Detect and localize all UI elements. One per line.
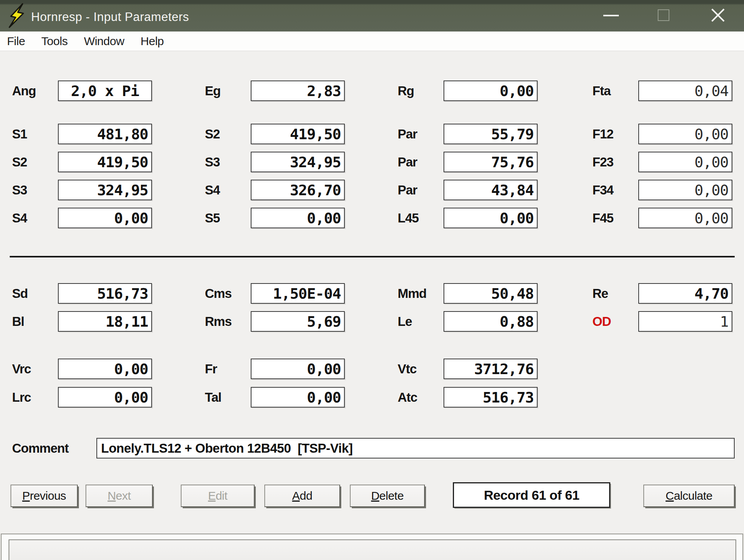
eg-label: Eg <box>205 80 251 101</box>
par2-input[interactable]: 75,76 <box>444 152 538 172</box>
minimize-icon <box>603 15 619 16</box>
previous-button[interactable]: Previous <box>10 485 78 507</box>
s5-input[interactable]: 0,00 <box>251 208 345 228</box>
add-button[interactable]: Add <box>264 485 340 507</box>
mmd-input[interactable]: 50,48 <box>444 283 538 304</box>
field-s2-seg2: S2 419,50 <box>205 124 345 144</box>
vrc-label: Vrc <box>12 359 58 379</box>
s3-seg3-label: S3 <box>205 152 251 172</box>
vtc-input[interactable]: 3712,76 <box>444 359 538 379</box>
field-f12: F12 0,00 <box>592 124 732 144</box>
od-input[interactable]: 1 <box>638 311 732 332</box>
field-f45: F45 0,00 <box>592 208 732 228</box>
lightning-bolt-icon <box>5 3 28 28</box>
fr-label: Fr <box>205 359 251 379</box>
field-rg: Rg 0,00 <box>398 80 538 101</box>
menu-file[interactable]: File <box>7 35 25 48</box>
bl-label: Bl <box>12 311 58 332</box>
fta-label: Fta <box>592 80 638 101</box>
s3-seg3-input[interactable]: 324,95 <box>251 152 345 172</box>
mmd-label: Mmd <box>398 283 444 304</box>
par3-input[interactable]: 43,84 <box>444 180 538 200</box>
section-separator <box>10 256 735 257</box>
menu-tools[interactable]: Tools <box>41 35 68 48</box>
l45-label: L45 <box>398 208 444 228</box>
s3-label: S3 <box>12 180 58 200</box>
maximize-icon <box>658 9 669 21</box>
s1-input[interactable]: 481,80 <box>58 124 152 144</box>
menu-window[interactable]: Window <box>84 35 124 48</box>
cms-label: Cms <box>205 283 251 304</box>
par1-label: Par <box>398 124 444 144</box>
field-tal: Tal 0,00 <box>205 387 345 408</box>
od-label: OD <box>592 311 638 332</box>
sd-label: Sd <box>12 283 58 304</box>
status-bar <box>1 534 743 560</box>
vtc-label: Vtc <box>398 359 444 379</box>
s3-input[interactable]: 324,95 <box>58 180 152 200</box>
field-s2: S2 419,50 <box>12 152 152 172</box>
field-vrc: Vrc 0,00 <box>12 359 152 379</box>
f12-input[interactable]: 0,00 <box>638 124 732 144</box>
window-title: Hornresp - Input Parameters <box>31 0 189 32</box>
edit-button[interactable]: Edit <box>181 485 255 507</box>
f45-input[interactable]: 0,00 <box>638 208 732 228</box>
lrc-input[interactable]: 0,00 <box>58 387 152 408</box>
fr-input[interactable]: 0,00 <box>251 359 345 379</box>
field-sd: Sd 516,73 <box>12 283 152 304</box>
s4-input[interactable]: 0,00 <box>58 208 152 228</box>
field-mmd: Mmd 50,48 <box>398 283 538 304</box>
field-re: Re 4,70 <box>592 283 732 304</box>
cms-input[interactable]: 1,50E-04 <box>251 283 345 304</box>
s4-label: S4 <box>12 208 58 228</box>
s2-seg2-label: S2 <box>205 124 251 144</box>
field-s3: S3 324,95 <box>12 180 152 200</box>
s2-seg2-input[interactable]: 419,50 <box>251 124 345 144</box>
menu-help[interactable]: Help <box>141 35 164 48</box>
ang-input[interactable]: 2,0 x Pi <box>58 80 152 101</box>
f34-input[interactable]: 0,00 <box>638 180 732 200</box>
status-bar-inner <box>9 539 736 560</box>
maximize-button[interactable] <box>645 0 683 30</box>
s4-seg4-input[interactable]: 326,70 <box>251 180 345 200</box>
close-icon <box>710 7 726 23</box>
s2-input[interactable]: 419,50 <box>58 152 152 172</box>
rms-input[interactable]: 5,69 <box>251 311 345 332</box>
eg-input[interactable]: 2,83 <box>251 80 345 101</box>
next-button[interactable]: Next <box>86 485 153 507</box>
l45-input[interactable]: 0,00 <box>444 208 538 228</box>
field-fta: Fta 0,04 <box>592 80 732 101</box>
re-input[interactable]: 4,70 <box>638 283 732 304</box>
comment-input[interactable]: Lonely.TLS12 + Oberton 12B450 [TSP-Vik] <box>96 438 735 458</box>
f23-input[interactable]: 0,00 <box>638 152 732 172</box>
field-cms: Cms 1,50E-04 <box>205 283 345 304</box>
field-s5: S5 0,00 <box>205 208 345 228</box>
tal-input[interactable]: 0,00 <box>251 387 345 408</box>
field-f34: F34 0,00 <box>592 180 732 200</box>
f12-label: F12 <box>592 124 638 144</box>
field-par2: Par 75,76 <box>398 152 538 172</box>
le-label: Le <box>398 311 444 332</box>
close-button[interactable] <box>698 0 735 30</box>
minimize-button[interactable] <box>592 0 630 30</box>
le-input[interactable]: 0,88 <box>444 311 538 332</box>
s2-label: S2 <box>12 152 58 172</box>
comment-label: Comment <box>12 438 96 458</box>
par3-label: Par <box>398 180 444 200</box>
f45-label: F45 <box>592 208 638 228</box>
sd-input[interactable]: 516,73 <box>58 283 152 304</box>
field-eg: Eg 2,83 <box>205 80 345 101</box>
field-rms: Rms 5,69 <box>205 311 345 332</box>
vrc-input[interactable]: 0,00 <box>58 359 152 379</box>
atc-input[interactable]: 516,73 <box>444 387 538 408</box>
bl-input[interactable]: 18,11 <box>58 311 152 332</box>
calculate-button[interactable]: Calculate <box>643 485 735 507</box>
fta-input[interactable]: 0,04 <box>638 80 732 101</box>
rms-label: Rms <box>205 311 251 332</box>
rg-input[interactable]: 0,00 <box>444 80 538 101</box>
delete-button[interactable]: Delete <box>350 485 425 507</box>
record-status-panel: Record 61 of 61 <box>453 482 610 508</box>
field-s3-seg3: S3 324,95 <box>205 152 345 172</box>
par1-input[interactable]: 55,79 <box>444 124 538 144</box>
s5-label: S5 <box>205 208 251 228</box>
